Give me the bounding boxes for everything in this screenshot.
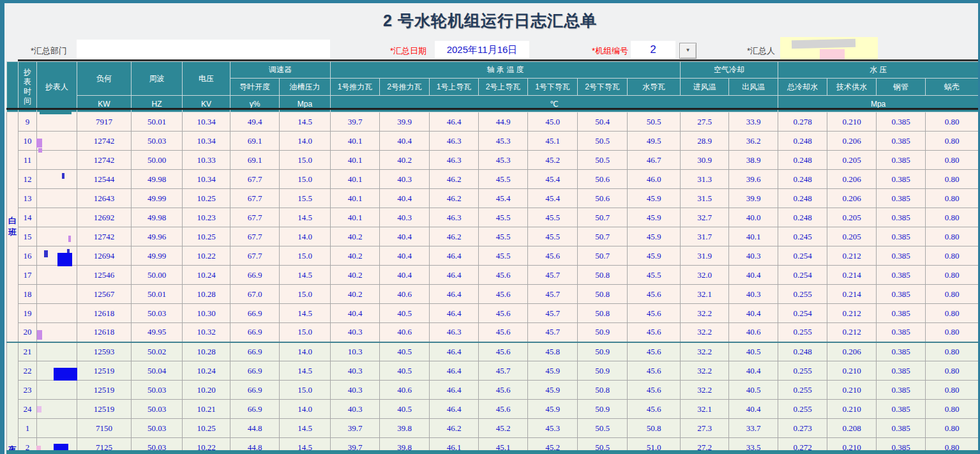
value-cell[interactable]: 45.9 xyxy=(628,227,681,246)
value-cell[interactable]: 0.385 xyxy=(877,304,926,323)
value-cell[interactable]: 10.3 xyxy=(331,342,380,361)
value-cell[interactable]: 32.7 xyxy=(681,208,729,227)
value-cell[interactable]: 45.2 xyxy=(528,151,578,170)
value-cell[interactable]: 46.0 xyxy=(628,170,681,189)
reader-cell[interactable] xyxy=(37,170,77,189)
value-cell[interactable]: 15.0 xyxy=(280,151,331,170)
value-cell[interactable]: 46.2 xyxy=(430,170,479,189)
value-cell[interactable]: 46.2 xyxy=(430,189,479,208)
value-cell[interactable]: 45.7 xyxy=(528,266,578,285)
value-cell[interactable]: 0.80 xyxy=(926,400,979,419)
value-cell[interactable]: 0.385 xyxy=(877,285,926,304)
value-cell[interactable]: 0.245 xyxy=(778,227,827,246)
value-cell[interactable]: 10.25 xyxy=(183,419,230,438)
value-cell[interactable]: 46.2 xyxy=(430,227,479,246)
value-cell[interactable]: 46.3 xyxy=(430,208,479,227)
value-cell[interactable]: 45.9 xyxy=(628,189,681,208)
value-cell[interactable]: 14.5 xyxy=(280,266,331,285)
value-cell[interactable]: 40.6 xyxy=(380,381,430,400)
value-cell[interactable]: 40.3 xyxy=(331,323,380,342)
value-cell[interactable]: 50.00 xyxy=(132,151,183,170)
value-cell[interactable]: 40.4 xyxy=(729,361,778,381)
value-cell[interactable]: 50.5 xyxy=(578,132,628,151)
value-cell[interactable]: 0.255 xyxy=(778,400,827,419)
value-cell[interactable]: 14.5 xyxy=(280,304,331,323)
value-cell[interactable]: 40.4 xyxy=(331,304,380,323)
value-cell[interactable]: 14.5 xyxy=(280,112,331,132)
value-cell[interactable]: 40.3 xyxy=(380,170,430,189)
value-cell[interactable]: 66.9 xyxy=(230,323,280,342)
value-cell[interactable]: 45.4 xyxy=(528,170,578,189)
value-cell[interactable]: 40.2 xyxy=(331,227,380,246)
value-cell[interactable]: 45.8 xyxy=(528,342,578,361)
value-cell[interactable]: 0.248 xyxy=(778,208,827,227)
value-cell[interactable]: 67.7 xyxy=(230,208,280,227)
value-cell[interactable]: 31.7 xyxy=(681,227,729,246)
value-cell[interactable]: 40.3 xyxy=(380,208,430,227)
value-cell[interactable]: 40.3 xyxy=(331,400,380,419)
value-cell[interactable]: 45.6 xyxy=(479,381,528,400)
value-cell[interactable]: 32.2 xyxy=(681,304,729,323)
value-cell[interactable]: 46.4 xyxy=(430,304,479,323)
value-cell[interactable]: 49.96 xyxy=(132,227,183,246)
value-cell[interactable]: 40.4 xyxy=(380,132,430,151)
value-cell[interactable]: 0.208 xyxy=(827,419,877,438)
value-cell[interactable]: 12742 xyxy=(77,151,132,170)
value-cell[interactable]: 12546 xyxy=(77,266,132,285)
value-cell[interactable]: 40.0 xyxy=(729,208,778,227)
value-cell[interactable]: 45.7 xyxy=(528,285,578,304)
unit-no-dropdown-button[interactable]: ▼ xyxy=(679,43,697,59)
value-cell[interactable]: 45.4 xyxy=(528,189,578,208)
value-cell[interactable]: 0.385 xyxy=(877,400,926,419)
value-cell[interactable]: 40.1 xyxy=(331,170,380,189)
reader-cell[interactable] xyxy=(37,323,77,342)
value-cell[interactable]: 46.4 xyxy=(430,285,479,304)
value-cell[interactable]: 45.5 xyxy=(528,227,578,246)
value-cell[interactable]: 0.80 xyxy=(926,227,979,246)
value-cell[interactable]: 10.28 xyxy=(183,285,230,304)
value-cell[interactable]: 50.4 xyxy=(578,112,628,132)
value-cell[interactable]: 0.210 xyxy=(827,112,877,132)
value-cell[interactable]: 50.8 xyxy=(578,266,628,285)
value-cell[interactable]: 45.6 xyxy=(479,304,528,323)
value-cell[interactable]: 46.3 xyxy=(430,323,479,342)
value-cell[interactable]: 10.24 xyxy=(183,266,230,285)
value-cell[interactable]: 45.9 xyxy=(528,400,578,419)
value-cell[interactable]: 12519 xyxy=(77,400,132,419)
value-cell[interactable]: 40.3 xyxy=(331,381,380,400)
reader-cell[interactable] xyxy=(37,227,77,246)
value-cell[interactable]: 66.9 xyxy=(230,266,280,285)
value-cell[interactable]: 14.5 xyxy=(280,361,331,381)
value-cell[interactable]: 45.9 xyxy=(528,381,578,400)
reader-cell[interactable] xyxy=(37,208,77,227)
reader-cell[interactable] xyxy=(37,419,77,438)
reader-cell[interactable] xyxy=(37,189,77,208)
value-cell[interactable]: 49.4 xyxy=(230,112,280,132)
value-cell[interactable]: 49.98 xyxy=(132,208,183,227)
value-cell[interactable]: 0.80 xyxy=(926,189,979,208)
value-cell[interactable]: 50.7 xyxy=(578,208,628,227)
value-cell[interactable]: 40.1 xyxy=(331,208,380,227)
value-cell[interactable]: 0.278 xyxy=(778,112,827,132)
value-cell[interactable]: 10.22 xyxy=(183,246,230,266)
value-cell[interactable]: 12692 xyxy=(77,208,132,227)
value-cell[interactable]: 0.210 xyxy=(827,381,877,400)
value-cell[interactable]: 46.4 xyxy=(430,112,479,132)
value-cell[interactable]: 0.80 xyxy=(926,132,979,151)
value-cell[interactable]: 46.3 xyxy=(430,151,479,170)
value-cell[interactable]: 50.6 xyxy=(578,170,628,189)
value-cell[interactable]: 39.6 xyxy=(729,170,778,189)
reader-cell[interactable] xyxy=(37,132,77,151)
value-cell[interactable]: 45.6 xyxy=(479,266,528,285)
value-cell[interactable]: 0.205 xyxy=(827,151,877,170)
value-cell[interactable]: 44.9 xyxy=(479,112,528,132)
value-cell[interactable]: 49.98 xyxy=(132,170,183,189)
value-cell[interactable]: 40.2 xyxy=(380,151,430,170)
value-cell[interactable]: 0.80 xyxy=(926,246,979,266)
value-cell[interactable]: 7917 xyxy=(77,112,132,132)
value-cell[interactable]: 50.01 xyxy=(132,112,183,132)
value-cell[interactable]: 40.6 xyxy=(380,285,430,304)
value-cell[interactable]: 66.9 xyxy=(230,342,280,361)
value-cell[interactable]: 40.6 xyxy=(380,323,430,342)
value-cell[interactable]: 0.214 xyxy=(827,266,877,285)
